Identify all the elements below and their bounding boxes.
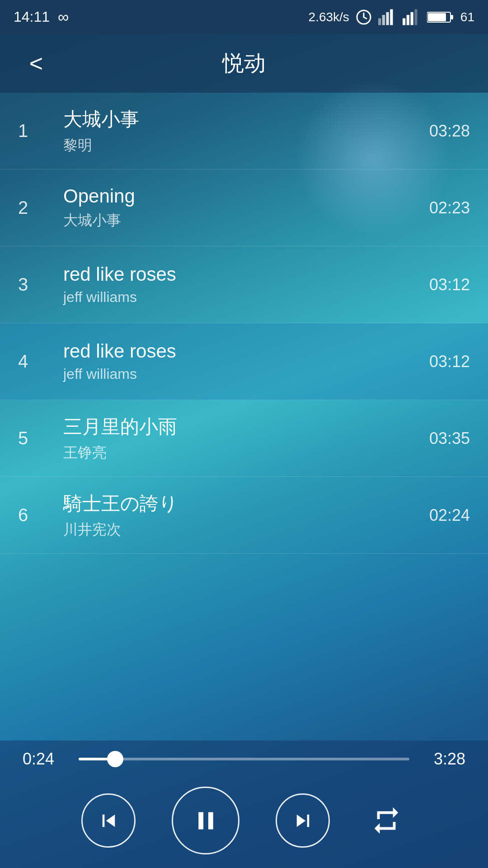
song-item-6[interactable]: 6 騎士王の誇り 川井宪次 02:24 bbox=[0, 477, 488, 554]
song-item-1[interactable]: 1 大城小事 黎明 03:28 bbox=[0, 93, 488, 170]
svg-rect-10 bbox=[450, 15, 453, 19]
battery-level: 61 bbox=[460, 10, 474, 24]
current-time: 0:24 bbox=[23, 750, 68, 769]
song-duration-6: 02:24 bbox=[429, 506, 470, 525]
svg-rect-1 bbox=[378, 18, 381, 25]
time-display: 14:11 bbox=[14, 9, 50, 25]
song-number-2: 2 bbox=[18, 198, 50, 218]
signal-icon-1 bbox=[378, 9, 396, 25]
song-info-1: 大城小事 黎明 bbox=[50, 107, 429, 156]
svg-rect-6 bbox=[407, 15, 409, 25]
svg-rect-5 bbox=[403, 18, 405, 25]
song-item-4[interactable]: 4 red like roses jeff williams 03:12 bbox=[0, 323, 488, 400]
infinity-icon: ∞ bbox=[58, 8, 69, 26]
progress-bar[interactable] bbox=[79, 758, 409, 760]
song-duration-3: 03:12 bbox=[429, 275, 470, 294]
clock-icon bbox=[356, 9, 372, 25]
song-number-4: 4 bbox=[18, 351, 50, 372]
status-bar: 14:11 ∞ 2.63k/s 61 bbox=[0, 0, 488, 34]
song-info-4: red like roses jeff williams bbox=[50, 340, 429, 382]
song-item-2[interactable]: 2 Opening 大城小事 02:23 bbox=[0, 170, 488, 246]
song-title-5: 三月里的小雨 bbox=[63, 414, 429, 439]
song-artist-1: 黎明 bbox=[63, 136, 429, 156]
repeat-icon bbox=[371, 805, 402, 836]
song-duration-5: 03:35 bbox=[429, 429, 470, 448]
song-number-6: 6 bbox=[18, 505, 50, 525]
svg-rect-7 bbox=[410, 12, 413, 25]
song-title-6: 騎士王の誇り bbox=[63, 491, 429, 516]
status-right: 2.63k/s 61 bbox=[309, 9, 474, 25]
song-artist-6: 川井宪次 bbox=[63, 520, 429, 540]
song-item-5[interactable]: 5 三月里的小雨 王铮亮 03:35 bbox=[0, 400, 488, 477]
network-speed: 2.63k/s bbox=[309, 10, 349, 24]
back-button[interactable]: < bbox=[18, 50, 54, 77]
song-number-5: 5 bbox=[18, 428, 50, 448]
main-container: < 悦动 1 大城小事 黎明 03:28 2 Opening 大城小事 02:2… bbox=[0, 34, 488, 868]
pause-button[interactable] bbox=[172, 787, 239, 854]
song-artist-2: 大城小事 bbox=[63, 211, 429, 231]
pause-icon bbox=[191, 806, 221, 835]
repeat-button[interactable] bbox=[366, 800, 407, 841]
svg-rect-2 bbox=[382, 15, 385, 25]
song-duration-4: 03:12 bbox=[429, 352, 470, 371]
song-info-3: red like roses jeff williams bbox=[50, 264, 429, 306]
song-info-2: Opening 大城小事 bbox=[50, 185, 429, 231]
song-title-1: 大城小事 bbox=[63, 107, 429, 132]
status-left: 14:11 ∞ bbox=[14, 8, 69, 26]
song-number-3: 3 bbox=[18, 274, 50, 295]
total-time: 3:28 bbox=[420, 750, 465, 769]
previous-icon bbox=[96, 808, 121, 833]
song-artist-4: jeff williams bbox=[63, 366, 429, 382]
song-list: 1 大城小事 黎明 03:28 2 Opening 大城小事 02:23 3 r… bbox=[0, 93, 488, 741]
song-info-5: 三月里的小雨 王铮亮 bbox=[50, 414, 429, 463]
song-info-6: 騎士王の誇り 川井宪次 bbox=[50, 491, 429, 540]
song-item-3[interactable]: 3 red like roses jeff williams 03:12 bbox=[0, 246, 488, 323]
song-artist-5: 王铮亮 bbox=[63, 443, 429, 463]
song-title-3: red like roses bbox=[63, 264, 429, 285]
song-duration-2: 02:23 bbox=[429, 198, 470, 217]
song-title-4: red like roses bbox=[63, 340, 429, 362]
svg-rect-3 bbox=[386, 12, 389, 25]
svg-rect-8 bbox=[414, 9, 417, 25]
next-icon bbox=[291, 808, 315, 833]
progress-row: 0:24 3:28 bbox=[23, 750, 465, 769]
song-title-2: Opening bbox=[63, 185, 429, 207]
header: < 悦动 bbox=[0, 34, 488, 93]
progress-fill bbox=[79, 758, 115, 760]
battery-icon bbox=[427, 9, 454, 25]
song-number-1: 1 bbox=[18, 121, 50, 141]
controls-row bbox=[23, 787, 465, 854]
previous-button[interactable] bbox=[81, 793, 136, 848]
progress-thumb bbox=[107, 751, 123, 767]
svg-rect-4 bbox=[390, 9, 393, 25]
page-title: 悦动 bbox=[54, 49, 434, 78]
next-button[interactable] bbox=[276, 793, 330, 848]
signal-icon-2 bbox=[403, 9, 421, 25]
player-area: 0:24 3:28 bbox=[0, 741, 488, 868]
song-artist-3: jeff williams bbox=[63, 289, 429, 306]
song-duration-1: 03:28 bbox=[429, 122, 470, 141]
svg-rect-11 bbox=[428, 13, 446, 21]
